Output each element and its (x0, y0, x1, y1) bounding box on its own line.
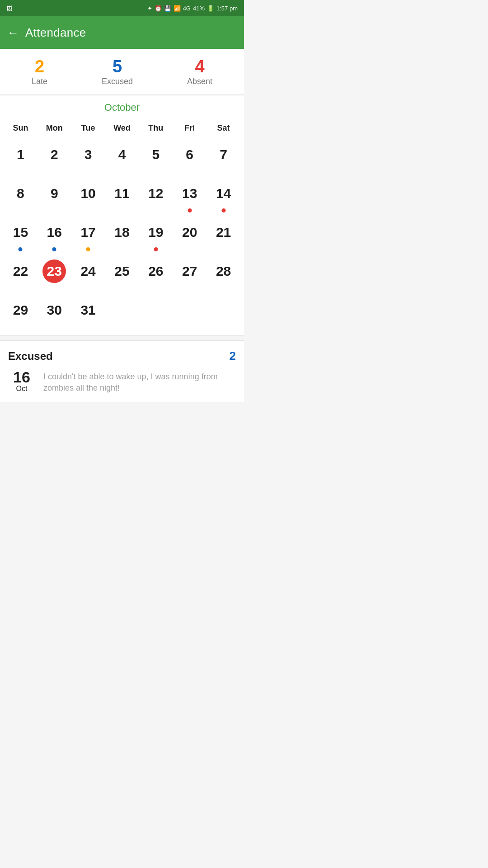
calendar-day-3[interactable]: 3 (71, 137, 105, 175)
detail-month: Oct (16, 385, 28, 393)
calendar-day-7[interactable]: 7 (206, 137, 240, 175)
calendar-header-tue: Tue (71, 120, 105, 137)
calendar-day-24[interactable]: 24 (71, 253, 105, 292)
battery-label: 41% (193, 5, 205, 12)
calendar-day-16[interactable]: 16 (38, 214, 71, 253)
calendar-day-26[interactable]: 26 (139, 253, 173, 292)
status-bar-left: 🖼 (6, 5, 12, 12)
divider-calendar (0, 335, 244, 336)
detail-day: 16 (13, 369, 30, 385)
detail-date: 16 Oct (8, 369, 35, 393)
detail-note: I couldn't be able to wake up, I was run… (43, 369, 236, 394)
signal-icon: 📶 (174, 5, 181, 12)
calendar-day-12[interactable]: 12 (139, 175, 173, 214)
dot-red (188, 208, 192, 212)
detail-header: Excused 2 (8, 349, 236, 363)
calendar-day-14[interactable]: 14 (206, 175, 240, 214)
calendar-header-sun: Sun (4, 120, 38, 137)
calendar-header-mon: Mon (38, 120, 71, 137)
calendar-day-9[interactable]: 9 (38, 175, 71, 214)
detail-count: 2 (230, 349, 236, 363)
alarm-icon: ⏰ (155, 5, 162, 12)
calendar-day-6[interactable]: 6 (173, 137, 206, 175)
calendar-day-20[interactable]: 20 (173, 214, 206, 253)
calendar-grid: SunMonTueWedThuFriSat1234567891011121314… (0, 120, 244, 331)
excused-label: Excused (102, 77, 133, 86)
excused-count: 5 (113, 58, 122, 75)
absent-count: 4 (195, 58, 204, 75)
bluetooth-icon: ✦ (147, 5, 152, 12)
photo-icon: 🖼 (6, 5, 12, 12)
late-summary[interactable]: 2 Late (32, 58, 47, 86)
calendar-day-25[interactable]: 25 (105, 253, 139, 292)
dot-orange (86, 247, 90, 251)
calendar-day-22[interactable]: 22 (4, 253, 38, 292)
page-title: Attendance (25, 26, 86, 40)
calendar-day-17[interactable]: 17 (71, 214, 105, 253)
calendar-day-11[interactable]: 11 (105, 175, 139, 214)
battery-icon: 🔋 (207, 5, 214, 12)
absent-label: Absent (187, 77, 212, 86)
detail-entry: 16 Oct I couldn't be able to wake up, I … (8, 369, 236, 394)
calendar-header-thu: Thu (139, 120, 173, 137)
calendar-day-4[interactable]: 4 (105, 137, 139, 175)
calendar-day-19[interactable]: 19 (139, 214, 173, 253)
calendar-header-wed: Wed (105, 120, 139, 137)
network-label: 4G (183, 5, 191, 12)
calendar-day-29[interactable]: 29 (4, 292, 38, 331)
status-bar-right: ✦ ⏰ 💾 📶 4G 41% 🔋 1:57 pm (147, 5, 238, 12)
dot-red (154, 247, 158, 251)
detail-section: Excused 2 16 Oct I couldn't be able to w… (0, 340, 244, 402)
calendar-day-23[interactable]: 23 (38, 253, 71, 292)
late-count: 2 (35, 58, 44, 75)
calendar-header-sat: Sat (206, 120, 240, 137)
dot-blue (52, 247, 56, 251)
calendar-day-2[interactable]: 2 (38, 137, 71, 175)
calendar-day-31[interactable]: 31 (71, 292, 105, 331)
calendar-section: October SunMonTueWedThuFriSat12345678910… (0, 95, 244, 335)
calendar-day-18[interactable]: 18 (105, 214, 139, 253)
calendar-month: October (0, 102, 244, 113)
calendar-day-30[interactable]: 30 (38, 292, 71, 331)
calendar-day-21[interactable]: 21 (206, 214, 240, 253)
time-label: 1:57 pm (216, 5, 238, 12)
calendar-day-10[interactable]: 10 (71, 175, 105, 214)
absent-summary[interactable]: 4 Absent (187, 58, 212, 86)
summary-bar: 2 Late 5 Excused 4 Absent (0, 49, 244, 95)
dot-red (221, 208, 225, 212)
calendar-day-13[interactable]: 13 (173, 175, 206, 214)
dot-blue (19, 247, 23, 251)
calendar-day-5[interactable]: 5 (139, 137, 173, 175)
back-button[interactable]: ← (7, 26, 19, 40)
calendar-day-1[interactable]: 1 (4, 137, 38, 175)
save-icon: 💾 (164, 5, 171, 12)
status-bar: 🖼 ✦ ⏰ 💾 📶 4G 41% 🔋 1:57 pm (0, 0, 244, 16)
calendar-header-fri: Fri (173, 120, 206, 137)
detail-title: Excused (8, 350, 53, 363)
calendar-day-15[interactable]: 15 (4, 214, 38, 253)
calendar-day-8[interactable]: 8 (4, 175, 38, 214)
excused-summary[interactable]: 5 Excused (102, 58, 133, 86)
calendar-day-28[interactable]: 28 (206, 253, 240, 292)
late-label: Late (32, 77, 47, 86)
app-bar: ← Attendance (0, 16, 244, 49)
calendar-day-27[interactable]: 27 (173, 253, 206, 292)
